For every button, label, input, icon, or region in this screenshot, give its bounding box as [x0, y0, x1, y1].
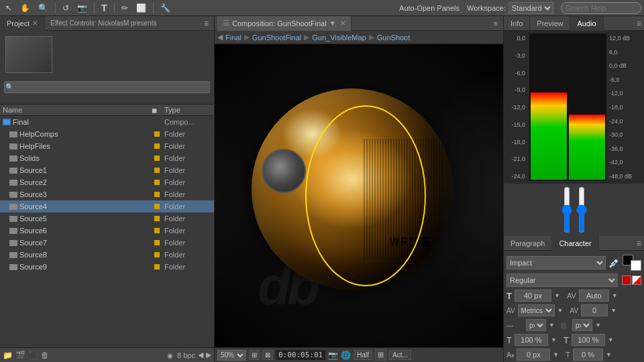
volume-slider-l[interactable]	[561, 186, 572, 233]
camera-icon[interactable]: 📷	[328, 351, 338, 360]
fg-color-swatch[interactable]	[631, 260, 641, 271]
list-item[interactable]: Source3 Folder	[0, 188, 214, 200]
tab-audio[interactable]: Audio	[570, 16, 603, 31]
eyedropper-icon[interactable]: 💉	[608, 257, 620, 268]
audio-panel: 0,0 -3,0 -6,0 -9,0 -12,0 -15,0 -18,0 -21…	[504, 31, 644, 184]
list-item[interactable]: Source9 Folder	[0, 261, 214, 273]
comp-tab-close[interactable]: ✕	[340, 19, 345, 27]
project-search-input[interactable]	[4, 81, 210, 93]
tab-project-close[interactable]: ✕	[32, 19, 38, 27]
zoom-select[interactable]: 50%	[217, 350, 246, 361]
comp-tab[interactable]: ☰ Composition: GunShootFinal ▼ ✕	[217, 16, 352, 31]
list-item[interactable]: Solids Folder	[0, 152, 214, 164]
baseline-shift-field[interactable]	[517, 349, 550, 361]
list-item[interactable]: Source1 Folder	[0, 164, 214, 176]
nav-back-arrow[interactable]: ◀	[217, 33, 223, 42]
delete-icon[interactable]: 🗑	[41, 351, 49, 360]
list-item[interactable]: Source7 Folder	[0, 237, 214, 249]
nav-crumb-gunshoot[interactable]: GunShoot	[377, 34, 411, 42]
nav-crumb-gunshootfinal[interactable]: GunShootFinal	[252, 34, 301, 42]
list-item[interactable]: Source6 Folder	[0, 225, 214, 237]
char-panel-menu[interactable]: ≡	[634, 239, 644, 248]
act-btn[interactable]: Act...	[389, 350, 411, 360]
px-label: —	[506, 322, 523, 329]
tool-text[interactable]: T	[99, 1, 110, 15]
size-unit-arrow[interactable]: ▼	[554, 292, 560, 299]
tsukuri-icon: T	[566, 351, 570, 359]
px-unit-arrow-2[interactable]: ▼	[595, 322, 601, 328]
nav-crumb-final[interactable]: Final	[225, 34, 241, 42]
scale-h-arrow[interactable]: ▼	[551, 337, 557, 343]
new-comp-icon[interactable]: 🎬	[15, 351, 25, 360]
right-panel-menu[interactable]: ≡	[634, 19, 644, 28]
font-size-field[interactable]	[515, 290, 551, 302]
col-type-header[interactable]: Type	[164, 106, 211, 114]
baseline-shift-row: A₃ ▼ T ▼	[506, 349, 641, 361]
comp-tab-menu-icon[interactable]: ☰	[223, 19, 229, 27]
list-item[interactable]: Source8 Folder	[0, 249, 214, 261]
baseline-shift-arrow[interactable]: ▼	[553, 351, 559, 358]
tsukuri-field[interactable]	[573, 349, 603, 361]
tool-camera[interactable]: 📷	[74, 2, 90, 14]
list-item[interactable]: Source2 Folder	[0, 176, 214, 188]
fit-btn[interactable]: ⊞	[249, 350, 260, 360]
nav-sep-1: ▶	[244, 33, 250, 42]
tracking-arrow[interactable]: ▼	[610, 307, 616, 314]
list-item[interactable]: Final Compo...	[0, 116, 214, 128]
file-type: Folder	[164, 154, 211, 162]
font-style-select[interactable]: Regular	[506, 274, 618, 287]
font-family-select[interactable]: Impact	[506, 256, 606, 269]
new-item-icon[interactable]: ⬛	[28, 351, 38, 360]
list-item[interactable]: HelpFiles Folder	[0, 140, 214, 152]
tool-hand[interactable]: ✋	[17, 2, 33, 14]
tab-effect-controls[interactable]: Effect Controls: NickolasM presents ≡	[45, 17, 214, 29]
tsukuri-arrow[interactable]: ▼	[606, 351, 612, 358]
project-thumbnail	[5, 36, 52, 73]
scale-v-arrow[interactable]: ▼	[608, 337, 614, 343]
list-item[interactable]: Source5 Folder	[0, 213, 214, 225]
scroll-left-btn[interactable]: ◀	[198, 351, 203, 359]
tracking-field[interactable]	[581, 304, 608, 316]
comp-tab-dropdown-icon[interactable]: ▼	[329, 19, 336, 27]
tool-zoom[interactable]: 🔍	[36, 2, 51, 14]
scroll-right-btn[interactable]: ▶	[206, 351, 211, 359]
px-unit-arrow[interactable]: ▼	[549, 322, 555, 328]
col-name-header[interactable]: Name	[3, 106, 144, 114]
file-name: Source8	[19, 251, 151, 259]
px-unit-select-2[interactable]: px	[572, 319, 592, 331]
leading-arrow[interactable]: ▼	[612, 292, 618, 299]
tab-paragraph[interactable]: Paragraph	[504, 236, 552, 251]
color-red-swatch[interactable]	[622, 276, 631, 285]
tool-rotate[interactable]: ↺	[60, 2, 72, 14]
list-item[interactable]: Source4 Folder	[0, 200, 214, 213]
tool-puppet[interactable]: 🔧	[158, 2, 173, 14]
kerning-unit-arrow[interactable]: ▼	[557, 307, 564, 314]
scale-v-field[interactable]	[572, 334, 605, 346]
kerning-select[interactable]: Metrics	[518, 304, 555, 316]
nav-crumb-gunvisiblemap[interactable]: Gun_VisibleMap	[312, 34, 366, 42]
workspace-select[interactable]: Standard	[508, 2, 553, 14]
color-white-swatch[interactable]	[632, 276, 641, 285]
volume-slider-r[interactable]	[576, 186, 587, 233]
search-input[interactable]	[561, 2, 641, 14]
tool-arrow[interactable]: ↖	[3, 2, 15, 14]
px-unit-select[interactable]: px	[526, 319, 546, 331]
tool-shape[interactable]: ⬜	[133, 2, 149, 14]
toggle-grid[interactable]: ⊞	[375, 349, 386, 361]
tab-project[interactable]: Project ✕	[0, 16, 45, 31]
panel-menu-comp[interactable]: ≡	[491, 19, 500, 27]
globe-icon[interactable]: 🌐	[341, 351, 351, 360]
tab-info[interactable]: Info	[504, 16, 530, 31]
new-folder-icon[interactable]: 📁	[3, 351, 13, 360]
scale-h-field[interactable]	[515, 334, 548, 346]
panel-menu-btn[interactable]: ≡	[204, 19, 209, 28]
tool-pen[interactable]: ✏	[119, 2, 131, 14]
list-item[interactable]: HelpComps Folder	[0, 128, 214, 140]
composition-viewer[interactable]: db WRITE	[215, 44, 503, 347]
tab-character[interactable]: Character	[552, 236, 598, 251]
project-panel: Project ✕ Effect Controls: NickolasM pre…	[0, 16, 215, 362]
pixel-aspect-btn[interactable]: ⊠	[262, 350, 273, 360]
quality-select[interactable]: Half	[354, 350, 372, 360]
leading-field[interactable]	[579, 290, 609, 302]
tab-preview[interactable]: Preview	[530, 16, 570, 31]
